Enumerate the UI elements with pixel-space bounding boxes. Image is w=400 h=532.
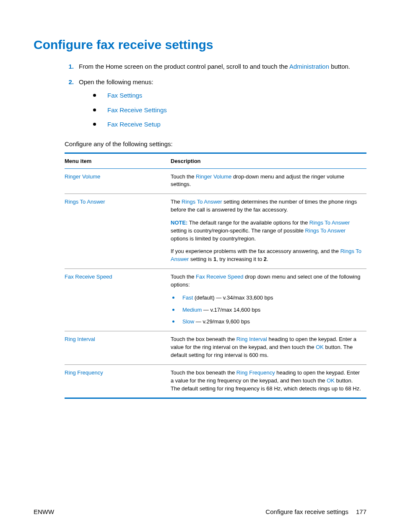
description-cell: Touch the box beneath the Ring Frequency… (171, 364, 366, 398)
footer-section-title: Configure fax receive settings (265, 508, 348, 515)
text-run: Touch the (171, 274, 196, 280)
menu-link-text: Rings To Answer (305, 227, 346, 234)
menu-link-text: Ringer Volume (196, 173, 231, 180)
description-list-item: Slow — v.29/max 9,600 bps (171, 318, 363, 326)
sub-menu-list: Fax SettingsFax Receive SettingsFax Rece… (93, 91, 366, 129)
menu-item-cell: Ring Frequency (65, 364, 171, 398)
step-body: From the Home screen on the product cont… (79, 62, 366, 72)
table-row: Ring IntervalTouch the box beneath the R… (65, 331, 366, 365)
menu-link-text: Fast (182, 294, 193, 301)
menu-link-text: Fax Receive Setup (107, 121, 161, 128)
menu-link-text: Fax Receive Settings (107, 106, 167, 114)
step-body: Open the following menus:Fax SettingsFax… (79, 77, 366, 134)
description-cell: Touch the Fax Receive Speed drop down me… (171, 269, 366, 331)
text-run: The (171, 199, 182, 205)
description-list: Fast (default) — v.34/max 33,600 bpsMedi… (171, 294, 363, 326)
menu-link-text: Ring Frequency (236, 369, 275, 376)
sub-menu-item: Fax Settings (93, 91, 366, 101)
table-header-description: Description (171, 153, 366, 168)
description-paragraph: The Rings To Answer setting determines t… (171, 198, 363, 214)
menu-link-text: Rings To Answer (182, 199, 222, 205)
menu-link-text: OK (327, 377, 335, 384)
menu-item-cell: Ring Interval (65, 331, 171, 365)
description-paragraph: Touch the Fax Receive Speed drop down me… (171, 273, 363, 289)
description-paragraph: If you experience problems with the fax … (171, 248, 363, 263)
text-run: Touch the box beneath the (171, 336, 236, 342)
text-run: setting is (189, 256, 213, 262)
menu-link-text: Administration (289, 63, 329, 70)
note-label: NOTE: (171, 220, 187, 226)
sub-menu-item: Fax Receive Setup (93, 120, 366, 129)
description-paragraph: Touch the Ringer Volume drop-down menu a… (171, 173, 363, 189)
description-list-item: Medium — v.17/max 14,600 bps (171, 306, 363, 314)
step-item: 1.From the Home screen on the product co… (65, 62, 366, 72)
step-number: 1. (65, 62, 79, 72)
footer-page-number: 177 (356, 508, 366, 515)
document-page: Configure fax receive settings 1.From th… (0, 0, 400, 532)
table-row: Ring FrequencyTouch the box beneath the … (65, 364, 366, 398)
description-cell: Touch the box beneath the Ring Interval … (171, 331, 366, 365)
sub-menu-item: Fax Receive Settings (93, 106, 366, 115)
text-run: — v.29/max 9,600 bps (194, 318, 250, 325)
text-run: . (267, 256, 268, 262)
text-run: Touch the box beneath the (171, 369, 236, 376)
table-row: Fax Receive SpeedTouch the Fax Receive S… (65, 269, 366, 331)
menu-link-text: Ring Interval (236, 336, 267, 342)
description-paragraph: Touch the box beneath the Ring Frequency… (171, 369, 363, 393)
settings-table: Menu item Description Ringer VolumeTouch… (65, 152, 366, 399)
page-title: Configure fax receive settings (34, 38, 366, 52)
description-cell: The Rings To Answer setting determines t… (171, 194, 366, 269)
menu-link-text: Slow (182, 318, 194, 325)
footer-left: ENWW (34, 508, 54, 515)
description-paragraph: NOTE: The default range for the availabl… (171, 219, 363, 243)
menu-link-text: Fax Receive Speed (196, 274, 243, 280)
text-run: , try increasing it to (216, 256, 264, 262)
table-header-menu: Menu item (65, 153, 171, 168)
menu-link-text: Fax Settings (107, 92, 142, 99)
description-list-item: Fast (default) — v.34/max 33,600 bps (171, 294, 363, 302)
bold-text: 2 (264, 256, 267, 262)
table-row: Ringer VolumeTouch the Ringer Volume dro… (65, 168, 366, 194)
step-number: 2. (65, 77, 79, 134)
text-run: Touch the (171, 173, 196, 180)
menu-link-text: OK (316, 344, 324, 350)
intro-paragraph: Configure any of the following settings: (65, 140, 366, 147)
menu-item-cell: Fax Receive Speed (65, 269, 171, 331)
text-run: From the Home screen on the product cont… (79, 63, 289, 70)
menu-item-cell: Ringer Volume (65, 168, 171, 194)
menu-item-cell: Rings To Answer (65, 194, 171, 269)
text-run: (default) — v.34/max 33,600 bps (193, 294, 273, 301)
menu-link-text: Rings To Answer (309, 220, 350, 226)
text-run: options is limited by country/region. (171, 235, 256, 242)
description-cell: Touch the Ringer Volume drop-down menu a… (171, 168, 366, 194)
text-run: — v.17/max 14,600 bps (202, 307, 260, 313)
text-run: Open the following menus: (79, 78, 153, 85)
text-run: button. (329, 63, 350, 70)
page-footer: ENWW Configure fax receive settings 177 (34, 508, 366, 515)
text-run: setting is country/region-specific. The … (171, 227, 305, 234)
table-row: Rings To AnswerThe Rings To Answer setti… (65, 194, 366, 269)
ordered-steps: 1.From the Home screen on the product co… (34, 62, 366, 134)
menu-link-text: Medium (182, 307, 202, 313)
step-item: 2.Open the following menus:Fax SettingsF… (65, 77, 366, 134)
text-run: The default range for the available opti… (187, 220, 309, 226)
description-paragraph: Touch the box beneath the Ring Interval … (171, 336, 363, 359)
text-run: If you experience problems with the fax … (171, 248, 340, 254)
